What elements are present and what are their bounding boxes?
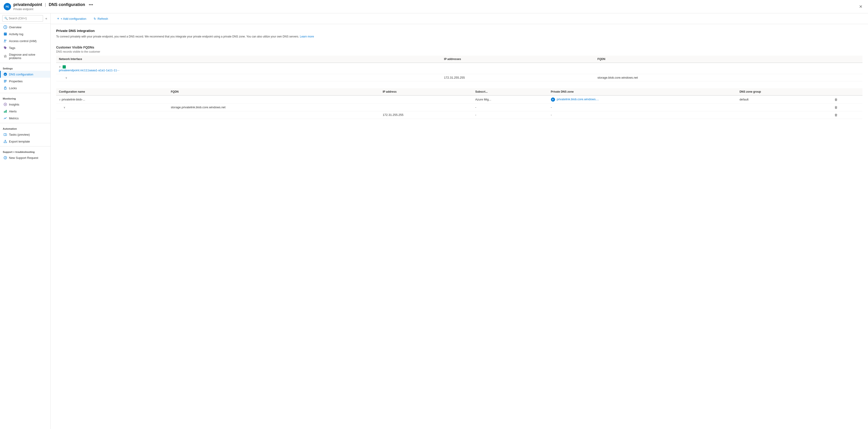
svg-rect-16 — [4, 134, 5, 136]
actlog-icon — [3, 32, 7, 36]
main-layout: 🔍 « Overview Activity log Access control… — [0, 13, 868, 429]
add-configuration-button[interactable]: + + Add configuration — [55, 15, 88, 22]
sidebar-item-support[interactable]: ? New Support Request — [0, 154, 51, 161]
sidebar-item-export[interactable]: Export template — [0, 138, 51, 145]
delete-icon[interactable]: 🗑 — [834, 98, 838, 101]
sidebar-item-insights[interactable]: Insights — [0, 101, 51, 108]
add-icon: + — [57, 16, 59, 21]
config-section: Configuration name FQDN IP address Subsc… — [56, 88, 863, 119]
content-body: Private DNS integration To connect priva… — [51, 24, 868, 124]
settings-section-label: Settings — [0, 64, 51, 71]
config-table-header: Configuration name FQDN IP address Subsc… — [56, 88, 863, 95]
search-icon: 🔍 — [4, 17, 8, 20]
private-dns-link[interactable]: privatelink.blob.core.windows.... — [557, 97, 599, 101]
expand-icon[interactable]: ∨ — [59, 98, 61, 101]
dns-integration-title: Private DNS integration — [56, 29, 863, 33]
sidebar-item-label: DNS configuration — [9, 73, 33, 76]
tasks-icon — [3, 133, 7, 136]
expand-icon[interactable]: ∨ — [59, 65, 61, 68]
automation-divider — [0, 123, 51, 123]
col-subscription: Subscri... — [472, 88, 548, 95]
svg-rect-9 — [4, 82, 6, 82]
expand-icon[interactable]: ∨ — [63, 106, 65, 109]
col-network-interface: Network Interface — [56, 56, 441, 63]
sidebar: 🔍 « Overview Activity log Access control… — [0, 13, 51, 429]
collapse-button[interactable]: « — [44, 15, 48, 21]
sidebar-item-label: New Support Request — [9, 156, 38, 160]
sidebar-item-label: Alerts — [9, 110, 17, 113]
svg-point-3 — [5, 40, 7, 41]
learn-more-link[interactable]: Learn more — [300, 35, 314, 38]
col-dns-zone-group: DNS zone group — [737, 88, 832, 95]
svg-rect-15 — [6, 110, 7, 113]
svg-text:D: D — [5, 73, 6, 76]
fqdns-table-header: Network Interface IP addresses FQDN — [56, 56, 863, 63]
nic-link[interactable]: privateendpoint.nic111aaaa1-a1a1-1a11-11… — [59, 68, 439, 72]
sidebar-item-label: Tags — [9, 46, 15, 50]
sidebar-item-label: Locks — [9, 87, 17, 90]
svg-rect-14 — [5, 110, 6, 113]
header-title-group: privatendpoint | DNS configuration ••• P… — [13, 2, 857, 11]
table-row: ∨ privateendpoint.nic111aaaa1-a1a1-1a11-… — [56, 63, 863, 74]
fqdns-section: Customer Visible FQDNs DNS records visib… — [56, 45, 863, 81]
sidebar-item-label: Tasks (preview) — [9, 133, 30, 136]
fqdns-title: Customer Visible FQDNs — [56, 45, 863, 49]
expand-icon[interactable]: ∨ — [65, 76, 67, 79]
tags-icon — [3, 46, 7, 50]
svg-rect-10 — [4, 88, 6, 90]
refresh-button[interactable]: ↻ Refresh — [92, 16, 110, 21]
col-fqdn: FQDN — [168, 88, 380, 95]
dns-integration-desc: To connect privately with your private e… — [56, 34, 863, 39]
insights-icon — [3, 103, 7, 106]
dns-icon: D — [3, 72, 7, 76]
sidebar-item-access-control[interactable]: Access control (IAM) — [0, 37, 51, 44]
sidebar-item-label: Access control (IAM) — [9, 39, 37, 43]
sidebar-item-locks[interactable]: Locks — [0, 85, 51, 92]
header-more-icon[interactable]: ••• — [89, 2, 93, 7]
export-icon — [3, 139, 7, 143]
delete-icon[interactable]: 🗑 — [834, 113, 838, 117]
header-subtitle: Private endpoint — [13, 8, 857, 11]
overview-icon — [3, 25, 7, 29]
monitoring-section-label: Monitoring — [0, 95, 51, 101]
svg-rect-13 — [4, 111, 5, 113]
svg-rect-8 — [4, 81, 7, 81]
table-row: ∨ 172.31.255.255 storage.blob.core.windo… — [56, 74, 863, 81]
locks-icon — [3, 86, 7, 90]
search-input[interactable] — [9, 17, 41, 20]
support-section-label: Support + troubleshooting — [0, 148, 51, 154]
search-box[interactable]: 🔍 — [2, 15, 43, 22]
sidebar-item-metrics[interactable]: Metrics — [0, 115, 51, 122]
sidebar-item-diagnose[interactable]: Diagnose and solve problems — [0, 51, 51, 61]
col-ip-address: IP address — [380, 88, 472, 95]
content-area: + + Add configuration ↻ Refresh Private … — [51, 13, 868, 429]
page-header: PE privatendpoint | DNS configuration ••… — [0, 0, 868, 13]
dns-zone-icon: D — [551, 97, 555, 102]
close-button[interactable]: ✕ — [857, 3, 864, 10]
settings-divider — [0, 63, 51, 63]
sidebar-item-activity-log[interactable]: Activity log — [0, 31, 51, 37]
config-table: Configuration name FQDN IP address Subsc… — [56, 88, 863, 119]
support-icon: ? — [3, 156, 7, 160]
toolbar: + + Add configuration ↻ Refresh — [51, 13, 868, 24]
table-row: ∨ privatelink-blob-... Azure Mig... D pr… — [56, 95, 863, 104]
sidebar-item-label: Activity log — [9, 32, 23, 36]
page-title: privatendpoint | DNS configuration ••• — [13, 2, 857, 7]
automation-section-label: Automation — [0, 125, 51, 131]
delete-icon[interactable]: 🗑 — [834, 105, 838, 109]
fqdns-table: Network Interface IP addresses FQDN ∨ pr… — [56, 56, 863, 81]
sidebar-item-tasks[interactable]: Tasks (preview) — [0, 131, 51, 138]
diagnose-icon — [3, 55, 7, 58]
svg-text:?: ? — [5, 157, 6, 159]
sidebar-item-overview[interactable]: Overview — [0, 24, 51, 31]
fqdns-sub: DNS records visible to the customer — [56, 50, 863, 53]
sidebar-item-tags[interactable]: Tags — [0, 44, 51, 51]
nic-icon — [63, 65, 66, 68]
sidebar-item-dns-config[interactable]: D DNS configuration — [0, 71, 51, 78]
sidebar-item-alerts[interactable]: Alerts — [0, 108, 51, 115]
metrics-icon — [3, 116, 7, 120]
col-fqdn: FQDN — [595, 56, 863, 63]
svg-point-4 — [4, 47, 5, 47]
svg-point-2 — [4, 40, 5, 41]
sidebar-item-properties[interactable]: Properties — [0, 78, 51, 85]
